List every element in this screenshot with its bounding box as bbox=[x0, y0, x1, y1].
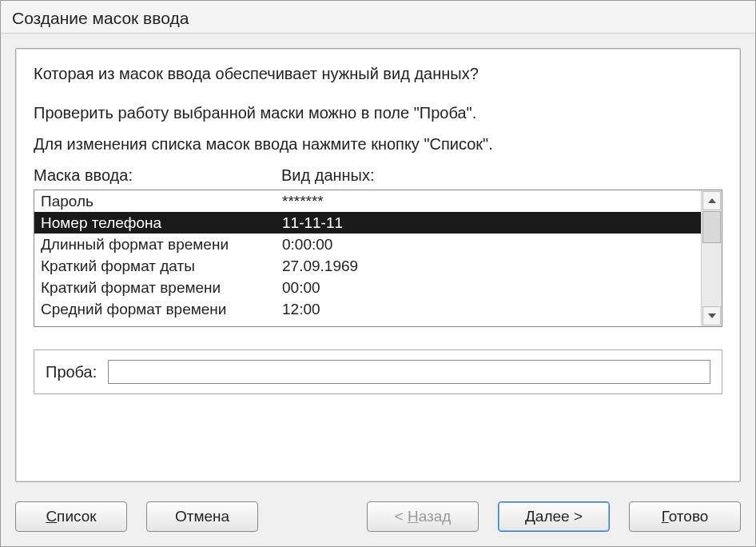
mask-list-body[interactable]: Пароль*******Номер телефона11-11-11Длинн… bbox=[34, 190, 701, 326]
mask-name: Краткий формат даты bbox=[41, 255, 282, 277]
prompt-text: Которая из масок ввода обеспечивает нужн… bbox=[34, 65, 722, 83]
mask-sample: ******* bbox=[282, 190, 694, 212]
dialog-title: Создание масок ввода bbox=[1, 1, 755, 34]
instruction-try: Проверить работу выбранной маски можно в… bbox=[34, 104, 722, 122]
column-header-view: Вид данных: bbox=[281, 166, 722, 185]
chevron-down-icon bbox=[708, 313, 716, 318]
list-item[interactable]: Краткий формат даты27.09.1969 bbox=[34, 255, 701, 277]
mask-sample: 00:00 bbox=[282, 277, 694, 298]
button-row: Список Отмена < Назад Далее > Готово bbox=[1, 490, 755, 546]
dialog-window: Создание масок ввода Которая из масок вв… bbox=[0, 0, 756, 547]
mask-sample: 0:00:00 bbox=[282, 234, 694, 255]
mask-name: Пароль bbox=[41, 190, 282, 212]
mask-list: Пароль*******Номер телефона11-11-11Длинн… bbox=[34, 190, 722, 327]
list-item[interactable]: Пароль******* bbox=[34, 190, 701, 212]
mask-name: Краткий формат времени bbox=[41, 277, 282, 298]
mask-name: Номер телефона bbox=[41, 212, 282, 234]
try-input[interactable] bbox=[108, 360, 710, 384]
dialog-content: Которая из масок ввода обеспечивает нужн… bbox=[1, 34, 755, 490]
list-item[interactable]: Длинный формат времени0:00:00 bbox=[34, 234, 701, 255]
column-headers: Маска ввода: Вид данных: bbox=[34, 166, 722, 185]
try-panel: Проба: bbox=[34, 349, 722, 394]
scroll-thumb[interactable] bbox=[702, 211, 721, 243]
try-label: Проба: bbox=[46, 363, 97, 381]
list-item[interactable]: Номер телефона11-11-11 bbox=[34, 212, 701, 234]
scroll-track[interactable] bbox=[702, 211, 722, 305]
list-item[interactable]: Краткий формат времени00:00 bbox=[34, 277, 701, 298]
mask-sample: 12:00 bbox=[282, 298, 694, 320]
list-item[interactable]: Средний формат времени12:00 bbox=[34, 298, 701, 320]
mask-name: Длинный формат времени bbox=[41, 234, 282, 255]
scrollbar bbox=[701, 190, 722, 326]
list-button[interactable]: Список bbox=[15, 501, 127, 532]
back-button: < Назад bbox=[367, 501, 479, 532]
scroll-down-button[interactable] bbox=[702, 306, 721, 325]
column-header-mask: Маска ввода: bbox=[34, 166, 281, 185]
scroll-up-button[interactable] bbox=[702, 191, 721, 210]
main-panel: Которая из масок ввода обеспечивает нужн… bbox=[15, 48, 741, 482]
mask-name: Средний формат времени bbox=[41, 298, 282, 320]
mask-sample: 27.09.1969 bbox=[282, 255, 694, 277]
instruction-list: Для изменения списка масок ввода нажмите… bbox=[34, 135, 722, 154]
mask-sample: 11-11-11 bbox=[282, 212, 694, 234]
finish-button[interactable]: Готово bbox=[629, 501, 741, 532]
chevron-up-icon bbox=[708, 198, 716, 203]
next-button[interactable]: Далее > bbox=[498, 501, 610, 532]
cancel-button[interactable]: Отмена bbox=[146, 501, 258, 532]
